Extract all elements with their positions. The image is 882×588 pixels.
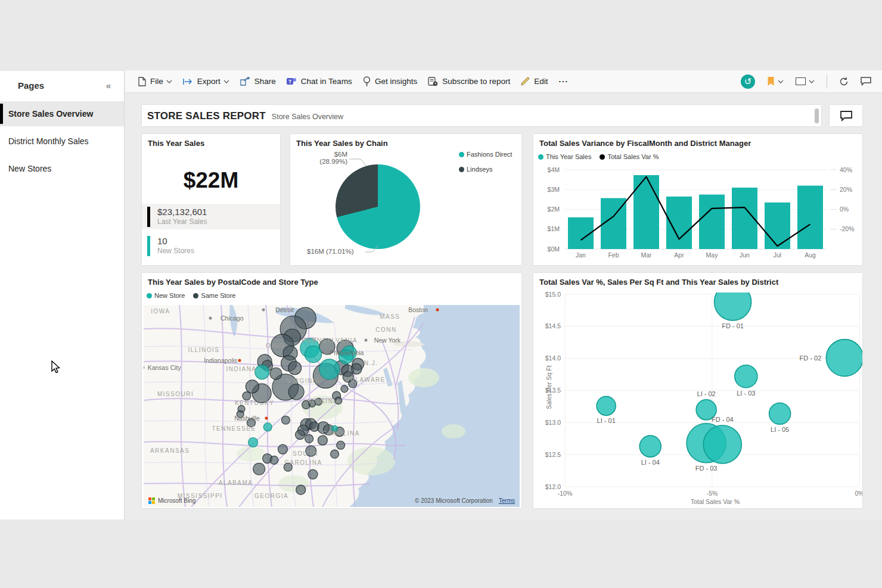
microsoft-logo-icon — [148, 497, 155, 504]
file-menu-button[interactable]: File — [132, 70, 178, 92]
subscribe-to-report-button[interactable]: Subscribe to report — [423, 70, 515, 92]
svg-text:FD - 04: FD - 04 — [712, 416, 734, 423]
get-insights-button[interactable]: Get insights — [358, 70, 423, 92]
scatter-chart-plot: $12.0$12.5$13.0$13.5$14.0$14.5$15.0-10%-… — [533, 273, 862, 508]
svg-text:$15.0: $15.0 — [545, 291, 561, 298]
visual-sales-by-chain-pie[interactable]: This Year Sales by Chain $6M (28.99%) $1… — [290, 134, 521, 265]
svg-text:$4M: $4M — [548, 166, 560, 173]
visual-district-scatter[interactable]: Total Sales Var %, Sales Per Sq Ft and T… — [533, 273, 862, 508]
export-menu-button[interactable]: Export — [178, 70, 235, 92]
legend-new-store[interactable]: New Store — [147, 292, 185, 299]
share-button[interactable]: Share — [235, 70, 281, 92]
terms-link[interactable]: Terms — [499, 497, 515, 504]
svg-text:LI - 05: LI - 05 — [771, 426, 789, 433]
chevron-down-icon — [809, 80, 815, 83]
svg-text:Mar: Mar — [641, 251, 652, 259]
svg-text:Jan: Jan — [576, 251, 586, 259]
svg-text:$1M: $1M — [548, 225, 560, 232]
legend-fashions-direct[interactable]: Fashions Direct — [459, 151, 512, 158]
svg-text:FD - 03: FD - 03 — [695, 465, 718, 472]
pie-chart[interactable] — [336, 164, 420, 249]
visual-title: This Year Sales by PostalCode and Store … — [142, 273, 521, 287]
comment-icon — [861, 77, 871, 86]
report-title: STORE SALES REPORT — [147, 110, 266, 122]
share-icon — [240, 77, 250, 86]
more-options-button[interactable]: ··· — [554, 70, 574, 92]
legend-dot — [193, 293, 198, 298]
reset-to-default-button[interactable]: ↺ — [736, 74, 760, 89]
kpi-row-label: Last Year Sales — [157, 217, 207, 226]
svg-text:Jun: Jun — [740, 251, 750, 259]
legend-dot — [147, 293, 152, 298]
toolbar-divider — [827, 75, 827, 88]
svg-text:$3M: $3M — [548, 186, 560, 193]
svg-text:$12.0: $12.0 — [545, 483, 561, 490]
combo-chart-plot: $0M$1M$2M$3M$4M-20%0%20%40%JanFebMarAprM… — [533, 134, 862, 265]
svg-text:FD - 02: FD - 02 — [800, 354, 822, 362]
export-icon — [183, 78, 193, 85]
svg-text:$2M: $2M — [548, 206, 560, 213]
refresh-button[interactable] — [834, 77, 853, 86]
svg-text:0%: 0% — [840, 206, 849, 213]
page-item-label: Store Sales Overview — [8, 109, 93, 119]
map-copyright: © 2023 Microsoft Corporation — [415, 497, 493, 504]
sidebar-item-store-sales-overview[interactable]: Store Sales Overview — [0, 101, 124, 126]
bookmarks-button[interactable] — [762, 76, 788, 86]
svg-text:0%: 0% — [855, 490, 862, 497]
svg-text:-5%: -5% — [707, 490, 718, 497]
reset-icon: ↺ — [741, 74, 755, 89]
svg-text:May: May — [706, 251, 719, 259]
page-item-label: New Stores — [8, 164, 51, 173]
kpi-value: $22M — [142, 168, 280, 193]
chevron-down-icon — [166, 80, 172, 83]
scrollbar-thumb[interactable] — [815, 108, 819, 123]
kpi-row-new-stores: 10 New Stores — [142, 233, 280, 259]
legend-lindseys[interactable]: Lindseys — [459, 166, 512, 173]
legend-same-store[interactable]: Same Store — [193, 292, 235, 299]
bing-map-canvas[interactable]: IOWAChicagoDétroitBostonMASSCONNNew York… — [144, 305, 520, 507]
view-button[interactable] — [791, 77, 819, 85]
comments-button[interactable] — [856, 77, 876, 86]
svg-text:Apr: Apr — [674, 251, 684, 259]
svg-text:20%: 20% — [840, 186, 852, 193]
kpi-row-bar — [147, 207, 150, 227]
legend-dot — [459, 152, 464, 157]
edit-button[interactable]: Edit — [515, 70, 553, 92]
chevron-down-icon — [778, 80, 784, 83]
pie-label-fashions-direct: $16M (71.01%) — [307, 248, 354, 255]
kpi-row-label: New Stores — [157, 247, 194, 256]
sidebar-item-district-monthly-sales[interactable]: District Monthly Sales — [0, 129, 124, 154]
svg-text:LI - 01: LI - 01 — [597, 417, 616, 424]
svg-text:LI - 04: LI - 04 — [641, 459, 660, 466]
collapse-pane-icon[interactable]: « — [106, 80, 111, 91]
svg-text:-20%: -20% — [840, 225, 855, 232]
visual-title: This Year Sales by Chain — [290, 134, 521, 148]
svg-text:LI - 03: LI - 03 — [737, 390, 755, 397]
svg-text:T: T — [288, 78, 292, 84]
file-icon — [138, 77, 146, 86]
report-subtitle: Store Sales Overview — [272, 113, 343, 121]
scatter-x-axis-title: Total Sales Var % — [682, 498, 748, 505]
visual-this-year-sales-card[interactable]: This Year Sales $22M $23,132,601 Last Ye… — [142, 134, 280, 265]
view-icon — [796, 77, 806, 85]
pages-sidebar: Pages « Store Sales Overview District Mo… — [0, 70, 125, 519]
lightbulb-icon — [363, 76, 371, 86]
kpi-row-value: 10 — [157, 236, 194, 247]
comment-icon — [840, 110, 853, 122]
svg-text:40%: 40% — [840, 166, 852, 173]
chat-in-teams-button[interactable]: T Chat in Teams — [281, 70, 358, 92]
chevron-down-icon — [223, 80, 229, 83]
bing-attribution: Microsoft Bing — [148, 497, 195, 504]
bookmark-icon — [767, 76, 775, 86]
visual-sales-variance-combo[interactable]: Total Sales Variance by FiscalMonth and … — [533, 134, 862, 265]
svg-text:Feb: Feb — [608, 251, 619, 259]
sidebar-item-new-stores[interactable]: New Stores — [0, 156, 124, 181]
comment-panel-button[interactable] — [830, 105, 862, 126]
svg-text:LI - 02: LI - 02 — [697, 390, 716, 397]
scatter-y-axis-title: Sales Per Sq Ft — [545, 357, 552, 417]
svg-text:$12.5: $12.5 — [545, 451, 561, 458]
svg-text:-10%: -10% — [558, 490, 573, 497]
visual-sales-by-postalcode-map[interactable]: This Year Sales by PostalCode and Store … — [142, 273, 521, 508]
report-toolbar: File Export Share T Chat in Teams Get in… — [125, 70, 882, 93]
pencil-icon — [521, 77, 530, 86]
